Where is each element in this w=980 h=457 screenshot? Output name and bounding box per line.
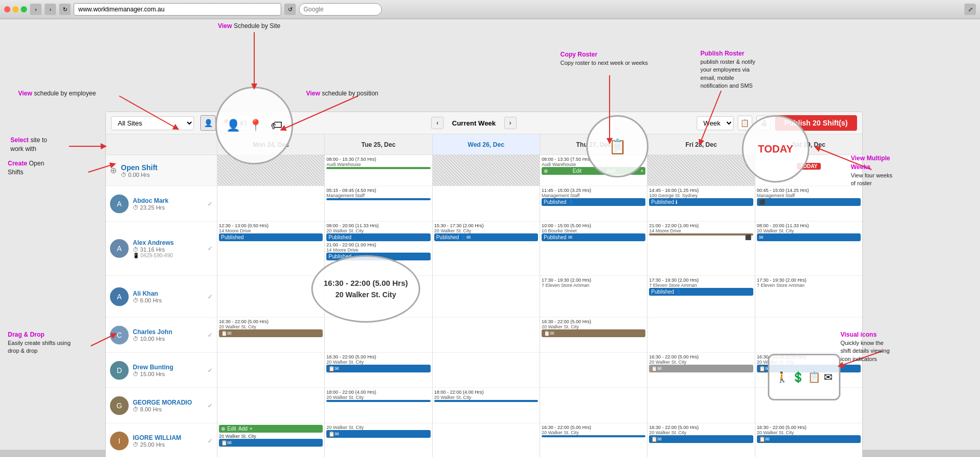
- shift-block-published[interactable]: [326, 400, 430, 402]
- shift-block-published[interactable]: Published: [219, 233, 323, 241]
- day-cell-wednesday-igore: [433, 423, 540, 457]
- shift-block-published[interactable]: Published 👤: [649, 288, 753, 296]
- shift-block-grey[interactable]: 📋✉: [649, 365, 753, 372]
- shift-location: 20 Walker St. City: [219, 324, 323, 329]
- copy-icon-callout: 📋: [586, 115, 648, 177]
- employee-name-charles-john[interactable]: Charles John: [133, 328, 208, 336]
- shift-block-published[interactable]: ✉: [757, 233, 861, 241]
- employee-info-drew-bunting: Drew Bunting ⏱ 15.00 Hrs: [133, 364, 208, 377]
- shift-block-published[interactable]: [326, 198, 430, 200]
- employee-hrs-drew-bunting: ⏱ 15.00 Hrs: [133, 371, 208, 377]
- shift-time: 16:30 - 22:00 (5.00 Hrs): [757, 425, 861, 430]
- shift-block-published[interactable]: 📋✉: [649, 435, 753, 443]
- week-select[interactable]: Week: [697, 116, 734, 130]
- day-cell-thursday-ali: 17:30 - 19:30 (2.00 Hrs) 7 Eleven Store …: [540, 276, 647, 317]
- day-cell-wednesday-charles: [433, 317, 540, 353]
- check-icon-abdoc: ✓: [208, 200, 213, 207]
- day-col-friday: Fri 28, Dec 14:45 - 16:00 (1.25 Hrs) 100…: [647, 134, 755, 457]
- shift-time: 18:00 - 22:00 (4.00 Hrs): [326, 390, 430, 395]
- shift-block-published[interactable]: Published: [326, 233, 430, 241]
- shift-block-unpublished[interactable]: 📋✉: [219, 329, 323, 337]
- shift-location: 14 Moore Drive: [649, 228, 753, 233]
- day-cell-wednesday-drew: [433, 353, 540, 388]
- shift-block-published[interactable]: Published 👤: [542, 198, 645, 206]
- prev-week-btn[interactable]: ‹: [431, 117, 444, 129]
- main-wrapper: View Schedule by Site View schedule by e…: [0, 19, 980, 450]
- employee-hrs-abdoc-mark: ⏱ 23.25 Hrs: [133, 204, 208, 211]
- day-cell-thursday-george: [540, 388, 647, 423]
- shift-block-published[interactable]: 📋✉: [326, 365, 430, 372]
- schedule-grid: ⊕ Open Shift ⏱ 0.00 Hrs A Abdoc Mark ⏱ 2…: [106, 134, 862, 457]
- check-icon-george: ✓: [208, 402, 213, 409]
- employee-name-abdoc-mark[interactable]: Abdoc Mark: [133, 197, 208, 204]
- shift-block-published[interactable]: Published ℹ: [649, 198, 753, 206]
- site-select[interactable]: All Sites: [111, 116, 194, 130]
- browser-chrome: ‹ › ↻ ↺ ⤢: [0, 0, 980, 19]
- check-icon-igore: ✓: [208, 437, 213, 445]
- day-cell-tuesday-openshift: 08:00 - 15:30 (7.50 Hrs) Audi Warehouse: [325, 155, 432, 186]
- shift-block-published[interactable]: [542, 435, 645, 437]
- shift-location2: 14 Moore Drive: [326, 247, 430, 253]
- day-cell-friday-abdoc: 14:45 - 16:00 (1.25 Hrs) 100 George St. …: [647, 186, 754, 221]
- check-icon-charles: ✓: [208, 331, 213, 339]
- shift-block-published[interactable]: 📋✉: [219, 439, 323, 447]
- shift-location: 10 Bourke Street: [542, 228, 645, 233]
- reload-button[interactable]: ↺: [284, 4, 296, 15]
- next-week-btn[interactable]: ›: [504, 117, 517, 129]
- employee-name-alex-andrews[interactable]: Alex Andrews: [133, 239, 208, 246]
- maximize-traffic-light[interactable]: [21, 6, 27, 12]
- fullscreen-button[interactable]: ⤢: [964, 4, 976, 15]
- employee-name-george-moradio[interactable]: GEORGE MORADIO: [133, 399, 208, 406]
- shift-block-open[interactable]: [326, 167, 430, 169]
- minimize-traffic-light[interactable]: [12, 6, 19, 12]
- shift-block-unpublished[interactable]: 📋✉: [542, 329, 645, 337]
- check-icon-drew: ✓: [208, 367, 213, 374]
- shift-time: 17:30 - 19:30 (2.00 Hrs): [542, 278, 645, 283]
- shift-block-published[interactable]: ⬛: [757, 198, 861, 206]
- current-week-label: Current Week: [447, 119, 501, 127]
- avatar-drew-bunting: D: [110, 361, 129, 380]
- employee-name-igore-william[interactable]: IGORE WILLIAM: [133, 434, 208, 441]
- shift-location: 20 Walker St. City: [757, 430, 861, 435]
- shift-location: 20 Walker St. City: [542, 324, 645, 329]
- shift-block-unpublished[interactable]: ⬛: [649, 233, 753, 236]
- shift-time: 20 Walker St. City: [219, 434, 323, 439]
- employee-name-ali-khan[interactable]: Ali Khan: [133, 290, 208, 297]
- day-cell-tuesday-abdoc: 05:15 - 09:45 (4.50 Hrs) Management Staf…: [325, 186, 432, 221]
- day-cell-monday-drew: [217, 353, 324, 388]
- employee-hrs-ali-khan: ⏱ 6.00 Hrs: [133, 297, 208, 303]
- employee-hrs-igore-william: ⏱ 25.00 Hrs: [133, 441, 208, 448]
- day-cell-monday-charles: 16:30 - 22:00 (5.00 Hrs) 20 Walker St. C…: [217, 317, 324, 353]
- view-by-employee-btn[interactable]: 👤: [200, 115, 216, 131]
- shift-time: 16:30 - 22:00 (5.00 Hrs): [542, 425, 645, 430]
- employee-info-charles-john: Charles John ⏱ 10.00 Hrs: [133, 328, 208, 342]
- shift-location: 20 Walker St. City: [326, 395, 430, 400]
- day-cell-wednesday-abdoc: [433, 186, 540, 221]
- shift-time: 16:30 - 22:00 (5.00 Hrs): [326, 354, 430, 359]
- shift-location: 20 Walker St. City: [434, 228, 538, 233]
- day-cell-saturday-alex: 08:00 - 20:00 (11.33 Hrs) 20 Walker St. …: [755, 221, 862, 276]
- employee-panel: ⊕ Open Shift ⏱ 0.00 Hrs A Abdoc Mark ⏱ 2…: [106, 134, 217, 457]
- shift-time: 16:30 - 22:00 (5.00 Hrs): [649, 354, 753, 359]
- shift-block-published[interactable]: 📋✉: [326, 430, 430, 438]
- employee-name-drew-bunting[interactable]: Drew Bunting: [133, 364, 208, 371]
- shift-block-published[interactable]: [434, 400, 538, 402]
- shift-block-published[interactable]: Published ✉: [542, 233, 645, 241]
- google-search-input[interactable]: [299, 3, 382, 16]
- annotation-view-by-site: View Schedule by Site: [218, 22, 281, 31]
- shift-location: Audi Warehouse: [326, 162, 430, 167]
- shift-block-published[interactable]: Published 👤✉: [434, 233, 538, 241]
- day-cell-monday-abdoc: [217, 186, 324, 221]
- shift-block-published[interactable]: 📋✉: [757, 435, 861, 443]
- day-header-tuesday: Tue 25, Dec: [325, 134, 432, 155]
- forward-button[interactable]: ›: [45, 4, 56, 15]
- address-bar[interactable]: [74, 3, 281, 16]
- shift-location: Management Staff: [326, 193, 430, 198]
- day-col-wednesday: Wed 26, Dec 15:30 - 17:30 (2.00 Hrs) 20 …: [433, 134, 540, 457]
- close-traffic-light[interactable]: [4, 6, 10, 12]
- shift-time: 16:30 - 22:00 (5.00 Hrs): [542, 319, 645, 324]
- edit-add-bar[interactable]: ⊕EditAdd+: [219, 425, 323, 433]
- day-cell-saturday-ali: 17:30 - 19:30 (2.00 Hrs) 7 Eleven Store …: [755, 276, 862, 317]
- back-button[interactable]: ‹: [30, 4, 42, 15]
- refresh-button[interactable]: ↻: [59, 4, 71, 15]
